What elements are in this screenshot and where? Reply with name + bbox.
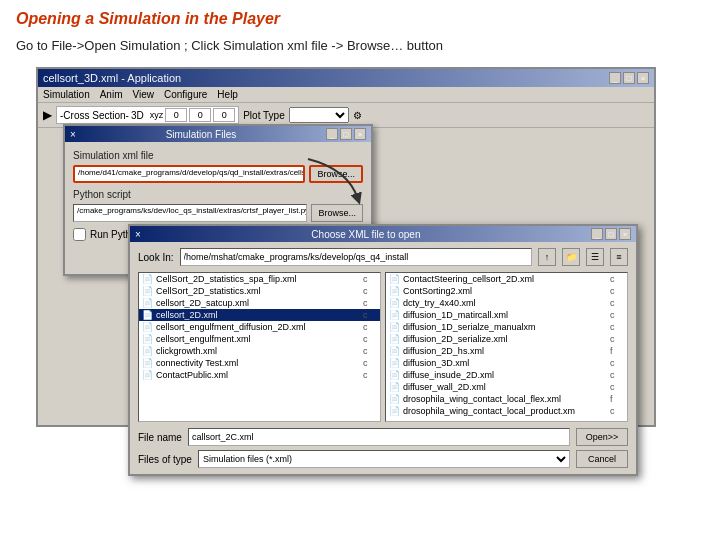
file-icon: 📄 bbox=[389, 298, 400, 308]
files-of-type-select[interactable]: Simulation files (*.xml) bbox=[198, 450, 570, 468]
file-dialog-title: Choose XML file to open bbox=[311, 229, 420, 240]
file-dialog-max[interactable]: □ bbox=[605, 228, 617, 240]
file-name: cellsort_engulfment.xml bbox=[156, 334, 360, 344]
file-item[interactable]: 📄diffusion_3D.xmlc bbox=[386, 357, 627, 369]
xyz-label: xyz bbox=[150, 110, 164, 120]
python-input[interactable]: /cmake_programs/ks/dev/loc_qs_install/ex… bbox=[73, 204, 307, 222]
play-button[interactable]: ▶ bbox=[43, 108, 52, 122]
browse-xml-button[interactable]: Browse... bbox=[309, 165, 363, 183]
python-row: /cmake_programs/ks/dev/loc_qs_install/ex… bbox=[73, 204, 363, 222]
file-name: diffuser_wall_2D.xml bbox=[403, 382, 607, 392]
file-item[interactable]: 📄connectivity Test.xmlc bbox=[139, 357, 380, 369]
file-item[interactable]: 📄dcty_try_4x40.xmlc bbox=[386, 297, 627, 309]
file-dialog-min[interactable]: _ bbox=[591, 228, 603, 240]
view-details-button[interactable]: ≡ bbox=[610, 248, 628, 266]
file-icon: 📄 bbox=[142, 334, 153, 344]
menu-anim[interactable]: Anim bbox=[100, 89, 123, 100]
file-item[interactable]: 📄cellsort_2D.xmlc bbox=[139, 309, 380, 321]
menu-help[interactable]: Help bbox=[217, 89, 238, 100]
file-list-left[interactable]: 📄CellSort_2D_statistics_spa_flip.xmlc📄Ce… bbox=[138, 272, 381, 422]
file-item[interactable]: 📄drosophila_wing_contact_local_product.x… bbox=[386, 405, 627, 417]
file-name: cellsort_engulfment_diffusion_2D.xml bbox=[156, 322, 360, 332]
file-icon: 📄 bbox=[389, 382, 400, 392]
file-item[interactable]: 📄clickgrowth.xmlc bbox=[139, 345, 380, 357]
minimize-button[interactable]: _ bbox=[609, 72, 621, 84]
file-dialog-bottom: File name Open>> Files of type Simulatio… bbox=[138, 428, 628, 468]
file-item[interactable]: 📄ContSorting2.xmlc bbox=[386, 285, 627, 297]
menu-view[interactable]: View bbox=[133, 89, 155, 100]
file-name: clickgrowth.xml bbox=[156, 346, 360, 356]
plot-settings-icon[interactable]: ⚙ bbox=[353, 110, 362, 121]
sim-dialog-close[interactable]: × bbox=[354, 128, 366, 140]
sim-xml-label: Simulation xml file bbox=[73, 150, 363, 161]
file-name: cellsort_2D.xml bbox=[156, 310, 360, 320]
file-icon: 📄 bbox=[389, 310, 400, 320]
x-input[interactable] bbox=[165, 108, 187, 122]
file-icon: 📄 bbox=[142, 346, 153, 356]
file-list-container: 📄CellSort_2D_statistics_spa_flip.xmlc📄Ce… bbox=[138, 272, 628, 422]
plot-type-select[interactable] bbox=[289, 107, 349, 123]
file-name: diffusion_1D_matircall.xml bbox=[403, 310, 607, 320]
file-icon: 📄 bbox=[389, 346, 400, 356]
browse-python-button[interactable]: Browse... bbox=[311, 204, 363, 222]
file-icon: 📄 bbox=[142, 286, 153, 296]
file-name: drosophila_wing_contact_local_product.xm bbox=[403, 406, 607, 416]
look-in-label: Look In: bbox=[138, 252, 174, 263]
run-python-checkbox[interactable] bbox=[73, 228, 86, 241]
file-item[interactable]: 📄ContactPublic.xmlc bbox=[139, 369, 380, 381]
sim-dialog-titlebar: × Simulation Files _ □ × bbox=[65, 126, 371, 142]
file-icon: 📄 bbox=[142, 322, 153, 332]
sim-dialog-title: Simulation Files bbox=[166, 129, 237, 140]
file-name: ContactSteering_cellsort_2D.xml bbox=[403, 274, 607, 284]
menu-simulation[interactable]: Simulation bbox=[43, 89, 90, 100]
file-icon: 📄 bbox=[142, 310, 153, 320]
page-container: Opening a Simulation in the Player Go to… bbox=[0, 0, 720, 540]
file-dialog-toolbar: Look In: ↑ 📁 ☰ ≡ bbox=[138, 248, 628, 266]
y-input[interactable] bbox=[189, 108, 211, 122]
file-item[interactable]: 📄cellsort_2D_satcup.xmlc bbox=[139, 297, 380, 309]
file-name-input[interactable] bbox=[188, 428, 570, 446]
file-icon: 📄 bbox=[389, 286, 400, 296]
python-label: Python script bbox=[73, 189, 363, 200]
cross-section-group: -Cross Section- 3D xyz bbox=[56, 106, 239, 124]
file-item[interactable]: 📄diffusion_2D_serialize.xmlc bbox=[386, 333, 627, 345]
close-button[interactable]: × bbox=[637, 72, 649, 84]
file-dialog-close-icon[interactable]: × bbox=[135, 229, 141, 240]
file-icon: 📄 bbox=[389, 394, 400, 404]
file-item[interactable]: 📄CellSort_2D_statistics_spa_flip.xmlc bbox=[139, 273, 380, 285]
file-name: diffusion_3D.xml bbox=[403, 358, 607, 368]
file-item[interactable]: 📄diffuse_insude_2D.xmlc bbox=[386, 369, 627, 381]
view-list-button[interactable]: ☰ bbox=[586, 248, 604, 266]
file-name-label: File name bbox=[138, 432, 182, 443]
file-item[interactable]: 📄diffusion_2D_hs.xmlf bbox=[386, 345, 627, 357]
file-dialog-close[interactable]: × bbox=[619, 228, 631, 240]
plot-type-label: Plot Type bbox=[243, 110, 285, 121]
file-item[interactable]: 📄ContactSteering_cellsort_2D.xmlc bbox=[386, 273, 627, 285]
file-list-right[interactable]: 📄ContactSteering_cellsort_2D.xmlc📄ContSo… bbox=[385, 272, 628, 422]
filetype-row: Files of type Simulation files (*.xml) C… bbox=[138, 450, 628, 468]
file-name: diffusion_1D_serialze_manualxm bbox=[403, 322, 607, 332]
sim-dialog-max[interactable]: □ bbox=[340, 128, 352, 140]
file-item[interactable]: 📄diffuser_wall_2D.xmlc bbox=[386, 381, 627, 393]
sim-dialog-close-icon[interactable]: × bbox=[70, 129, 76, 140]
subtitle: Go to File->Open Simulation ; Click Simu… bbox=[16, 38, 704, 53]
maximize-button[interactable]: □ bbox=[623, 72, 635, 84]
look-in-path[interactable] bbox=[180, 248, 532, 266]
folder-up-button[interactable]: ↑ bbox=[538, 248, 556, 266]
open-button[interactable]: Open>> bbox=[576, 428, 628, 446]
file-name: CellSort_2D_statistics.xml bbox=[156, 286, 360, 296]
file-item[interactable]: 📄diffusion_1D_matircall.xmlc bbox=[386, 309, 627, 321]
file-item[interactable]: 📄drosophila_wing_contact_local_flex.xmlf bbox=[386, 393, 627, 405]
file-item[interactable]: 📄cellsort_engulfment.xmlc bbox=[139, 333, 380, 345]
sim-dialog-min[interactable]: _ bbox=[326, 128, 338, 140]
file-name: CellSort_2D_statistics_spa_flip.xml bbox=[156, 274, 360, 284]
file-item[interactable]: 📄diffusion_1D_serialze_manualxmc bbox=[386, 321, 627, 333]
file-item[interactable]: 📄cellsort_engulfment_diffusion_2D.xmlc bbox=[139, 321, 380, 333]
new-folder-button[interactable]: 📁 bbox=[562, 248, 580, 266]
file-item[interactable]: 📄CellSort_2D_statistics.xmlc bbox=[139, 285, 380, 297]
sim-xml-input[interactable]: /home/d41/cmake_programs/d/develop/qs/qd… bbox=[73, 165, 305, 183]
z-input[interactable] bbox=[213, 108, 235, 122]
file-cancel-button[interactable]: Cancel bbox=[576, 450, 628, 468]
menu-configure[interactable]: Configure bbox=[164, 89, 207, 100]
file-name: ContactPublic.xml bbox=[156, 370, 360, 380]
